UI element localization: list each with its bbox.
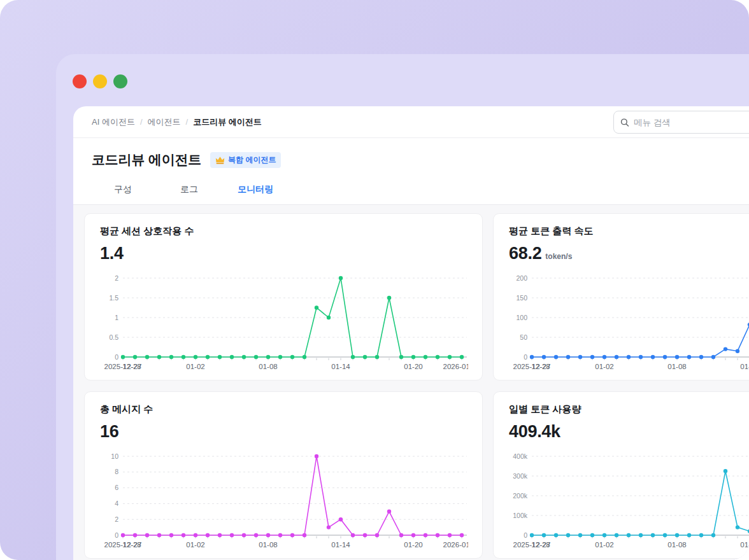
zoom-window-button[interactable] (113, 74, 127, 88)
breadcrumb-item-ai-agent[interactable]: AI 에이전트 (92, 116, 135, 128)
svg-text:150: 150 (516, 294, 527, 302)
minimize-window-button[interactable] (93, 74, 107, 88)
title-row: 코드리뷰 에이전트 복합 에이전트 (73, 138, 749, 181)
monitoring-content: 평균 세션 상호작용 수 1.4 00.511.522025-12-2712-2… (73, 205, 749, 560)
metric-value: 1.4 (100, 244, 467, 265)
svg-text:50: 50 (520, 333, 527, 341)
svg-text:01-20: 01-20 (404, 541, 422, 549)
svg-text:200k: 200k (513, 492, 528, 500)
svg-text:200: 200 (516, 274, 527, 282)
svg-text:8: 8 (115, 468, 118, 475)
svg-text:01-08: 01-08 (259, 541, 277, 549)
svg-text:100k: 100k (513, 512, 528, 519)
svg-text:01-14: 01-14 (331, 363, 350, 370)
svg-text:12-28: 12-28 (122, 541, 141, 549)
svg-text:01-08: 01-08 (667, 363, 686, 370)
crown-icon (215, 156, 225, 164)
menu-search-box[interactable] (613, 111, 749, 134)
svg-text:01-08: 01-08 (667, 541, 686, 549)
svg-text:0: 0 (115, 353, 118, 361)
svg-text:4: 4 (115, 500, 118, 507)
svg-text:01-02: 01-02 (595, 541, 613, 549)
svg-text:01-14: 01-14 (740, 541, 749, 549)
card-title: 평균 토큰 출력 속도 (509, 225, 749, 237)
card-total-messages: 총 메시지 수 16 02468102025-12-2712-2801-0201… (84, 391, 483, 559)
breadcrumb-separator: / (140, 117, 143, 127)
screenshot-stage: AI 에이전트 / 에이전트 / 코드리뷰 에이전트 (0, 0, 749, 560)
line-chart-daily-token-usage: 0100k200k300k400k2025-12-2712-2801-0201-… (509, 451, 749, 552)
svg-text:2026-01-24: 2026-01-24 (443, 541, 468, 549)
app-panel: AI 에이전트 / 에이전트 / 코드리뷰 에이전트 (73, 106, 749, 560)
svg-text:6: 6 (115, 484, 118, 491)
svg-text:2: 2 (115, 515, 118, 523)
svg-text:12-28: 12-28 (531, 541, 550, 549)
svg-text:400k: 400k (513, 452, 528, 460)
svg-text:12-28: 12-28 (531, 363, 550, 370)
metric-unit: token/s (545, 252, 572, 261)
svg-text:100: 100 (516, 314, 527, 321)
search-input[interactable] (634, 118, 749, 127)
svg-text:300k: 300k (513, 472, 528, 480)
card-title: 평균 세션 상호작용 수 (100, 225, 467, 237)
svg-text:2026-01-24: 2026-01-24 (443, 363, 468, 370)
svg-text:01-14: 01-14 (740, 363, 749, 370)
metric-value: 409.4k (509, 422, 749, 444)
page-title: 코드리뷰 에이전트 (92, 151, 201, 169)
browser-window: AI 에이전트 / 에이전트 / 코드리뷰 에이전트 (56, 54, 749, 560)
breadcrumb-separator: / (186, 117, 189, 127)
svg-text:0: 0 (524, 531, 527, 539)
breadcrumb-item-current: 코드리뷰 에이전트 (193, 116, 262, 128)
svg-text:0.5: 0.5 (109, 333, 118, 341)
badge-label: 복합 에이전트 (228, 155, 276, 165)
metric-value: 16 (100, 422, 467, 444)
tab-configuration[interactable]: 구성 (90, 181, 156, 204)
line-chart-total-messages: 02468102025-12-2712-2801-0201-0801-1401-… (100, 451, 468, 552)
svg-text:12-28: 12-28 (122, 363, 141, 370)
tab-monitoring[interactable]: 모니터링 (222, 181, 289, 204)
metric-value: 68.2token/s (509, 244, 749, 265)
svg-text:1: 1 (115, 314, 118, 321)
svg-text:1.5: 1.5 (109, 294, 118, 302)
breadcrumb: AI 에이전트 / 에이전트 / 코드리뷰 에이전트 (92, 116, 262, 128)
card-title: 총 메시지 수 (100, 403, 467, 416)
svg-text:01-02: 01-02 (186, 363, 204, 370)
svg-text:01-20: 01-20 (404, 363, 422, 370)
card-daily-token-usage: 일별 토큰 사용량 409.4k 0100k200k300k400k2025-1… (493, 391, 749, 559)
svg-text:01-08: 01-08 (259, 363, 277, 370)
agent-type-badge: 복합 에이전트 (210, 152, 281, 168)
chart-card-grid: 평균 세션 상호작용 수 1.4 00.511.522025-12-2712-2… (73, 205, 749, 559)
svg-text:01-02: 01-02 (186, 541, 204, 549)
line-chart-avg-token-speed: 0501001502002025-12-2712-2801-0201-0801-… (509, 273, 749, 374)
svg-text:0: 0 (524, 353, 527, 361)
tab-logs[interactable]: 로그 (156, 181, 222, 204)
window-controls (73, 74, 127, 88)
card-avg-token-speed: 평균 토큰 출력 속도 68.2token/s 0501001502002025… (493, 213, 749, 381)
svg-text:0: 0 (115, 531, 118, 539)
close-window-button[interactable] (73, 74, 87, 88)
line-chart-avg-session-interactions: 00.511.522025-12-2712-2801-0201-0801-140… (100, 273, 468, 374)
svg-text:10: 10 (111, 452, 118, 460)
card-avg-session-interactions: 평균 세션 상호작용 수 1.4 00.511.522025-12-2712-2… (84, 213, 483, 381)
svg-text:01-14: 01-14 (331, 541, 350, 549)
svg-text:01-02: 01-02 (595, 363, 613, 370)
desktop-background: AI 에이전트 / 에이전트 / 코드리뷰 에이전트 (0, 0, 749, 560)
breadcrumb-item-agent[interactable]: 에이전트 (148, 116, 181, 128)
card-title: 일별 토큰 사용량 (509, 403, 749, 416)
search-icon (620, 118, 629, 127)
top-bar: AI 에이전트 / 에이전트 / 코드리뷰 에이전트 (73, 106, 749, 138)
svg-text:2: 2 (115, 274, 118, 282)
tab-bar: 구성 로그 모니터링 (73, 181, 749, 205)
